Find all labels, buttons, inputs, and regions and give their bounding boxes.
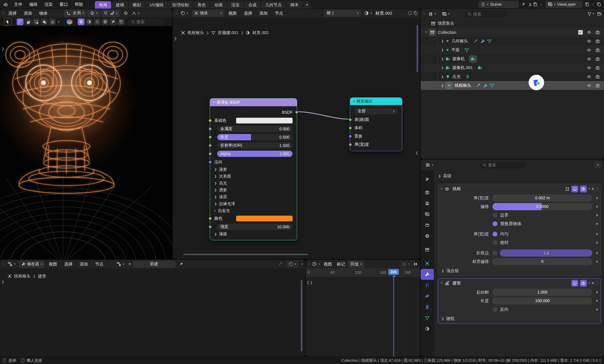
emission-color-swatch[interactable]: [236, 216, 293, 221]
eye-icon[interactable]: [587, 48, 591, 52]
tab-collection[interactable]: [421, 244, 434, 255]
start-frame-field[interactable]: 1.000: [493, 289, 592, 296]
select-box-mode-subtract[interactable]: [33, 18, 40, 25]
tab-rendering[interactable]: 渲染: [227, 1, 244, 9]
roughness-socket[interactable]: [209, 135, 212, 139]
section-diffuse[interactable]: ❯漫射: [210, 166, 297, 173]
section-sheen[interactable]: ❯边缘光泽: [210, 200, 297, 207]
eye-icon[interactable]: [587, 57, 591, 61]
properties-editor-type[interactable]: ▾: [423, 162, 436, 169]
emission-strength-socket[interactable]: [209, 225, 212, 228]
alpha-socket[interactable]: [209, 152, 212, 155]
eye-icon[interactable]: [587, 74, 591, 79]
pivot-point-dropdown[interactable]: ▾: [87, 10, 100, 17]
menu-window[interactable]: 窗口: [56, 1, 71, 8]
select-box-mode-new[interactable]: [17, 18, 23, 25]
camera-restrict-icon[interactable]: [595, 74, 600, 79]
select-box-mode-invert[interactable]: [41, 18, 48, 25]
node-material-output[interactable]: ▾材质输出 全部▾ 表(曲)面 体积 置换 厚(宽)度: [350, 97, 402, 151]
output-target-dropdown[interactable]: 全部▾: [354, 108, 398, 114]
displacement-socket[interactable]: [349, 135, 352, 138]
geoeditor-menu-node[interactable]: 节点: [92, 260, 107, 268]
section-coat[interactable]: ❯涂层: [210, 194, 297, 200]
base-color-socket[interactable]: [209, 119, 212, 122]
tab-layout[interactable]: 布局: [95, 1, 111, 9]
overlay-toggle-button[interactable]: [118, 18, 125, 25]
overlay-dropdown[interactable]: ▾: [286, 261, 299, 268]
delete-modifier-icon[interactable]: ×: [592, 186, 594, 192]
geoeditor-menu-select[interactable]: 选择: [61, 260, 76, 268]
drag-dots-icon[interactable]: ⠿: [596, 187, 598, 191]
menu-help[interactable]: 帮助: [72, 1, 86, 8]
snap-arrow-icon[interactable]: [279, 262, 283, 266]
chevron-down-icon[interactable]: ▾: [593, 13, 594, 15]
shader-menu-select[interactable]: 选择: [241, 9, 255, 17]
build-panel-header[interactable]: ▾ 建形 ▾ × ⠿: [438, 278, 601, 288]
shading-wireframe-button[interactable]: [78, 18, 85, 25]
camera-restrict-icon[interactable]: [595, 83, 600, 88]
fake-user-shield-icon[interactable]: [408, 11, 412, 15]
timeline-playback-dropdown[interactable]: 回放▾: [348, 261, 364, 268]
geoeditor-mode-dropdown[interactable]: 修改器▾: [19, 261, 45, 268]
row-geo-monkey[interactable]: ❯ ▼ 几何猴头: [421, 37, 604, 46]
tab-render[interactable]: [421, 187, 434, 198]
nodegroup-browse[interactable]: ▾: [114, 261, 127, 268]
properties-search[interactable]: [480, 162, 525, 169]
tab-world[interactable]: [421, 231, 434, 241]
camera-restrict-icon[interactable]: [595, 39, 600, 44]
node-principled-bsdf[interactable]: ▾原理化 BSDF BSDF 基础色 金属度0.000 糙度0.500 折射率(…: [210, 98, 297, 240]
metallic-socket[interactable]: [209, 127, 212, 130]
properties-options[interactable]: ▾: [594, 161, 602, 169]
row-collection[interactable]: ▾ Collection ✓: [421, 28, 604, 37]
select-box-mode-intersect[interactable]: [49, 18, 56, 25]
new-material-icon[interactable]: [413, 11, 418, 15]
shading-solid-button[interactable]: [86, 18, 93, 25]
falloff-dropdown[interactable]: ▾: [129, 10, 142, 17]
chevron-down-icon[interactable]: ▾: [58, 21, 59, 23]
drag-dots-icon[interactable]: ⠿: [2, 11, 4, 15]
ior-socket[interactable]: [209, 144, 212, 147]
material-browse[interactable]: ▾: [362, 10, 374, 17]
tab-view-layer[interactable]: [421, 209, 434, 220]
sidebar-collapse-chevron[interactable]: ❮: [415, 151, 418, 155]
expand-chevron[interactable]: ❯: [441, 66, 444, 69]
expand-chevron[interactable]: ❯: [441, 40, 444, 43]
toolbar-expand-chevron[interactable]: ❯: [1, 47, 4, 51]
workspace-stack-icon[interactable]: [597, 2, 601, 7]
properties-search-input[interactable]: [488, 163, 523, 167]
timeline-track-area[interactable]: [306, 277, 420, 357]
section-emission[interactable]: ▾自发光: [210, 207, 297, 214]
volume-socket[interactable]: [349, 126, 352, 129]
output-node-header[interactable]: ▾材质输出: [350, 98, 402, 105]
row-scene-collection[interactable]: 场景集合: [421, 19, 604, 28]
playhead-line[interactable]: [393, 277, 394, 357]
shading-rendered-button[interactable]: [102, 18, 109, 25]
geoeditor-menu-view[interactable]: 视图: [46, 260, 60, 268]
vertical-scrollbar[interactable]: [301, 280, 302, 351]
geoeditor-menu-add[interactable]: 添加: [77, 260, 91, 268]
active-camera-badge[interactable]: [469, 55, 477, 63]
shader-menu-view[interactable]: 视图: [225, 9, 240, 17]
tab-object[interactable]: [421, 258, 434, 269]
bsdf-output-socket[interactable]: [295, 111, 298, 114]
timeline-menu-view[interactable]: 视图: [322, 260, 334, 268]
viewlayer-selector[interactable]: ▾ ViewLayer: [545, 1, 583, 8]
current-frame-badge[interactable]: 205: [388, 269, 399, 275]
editor-type-dropdown[interactable]: ▾: [311, 261, 321, 268]
shading-material-button[interactable]: [94, 18, 101, 25]
breadcrumb-modifier[interactable]: 建形: [38, 274, 46, 279]
surface-socket[interactable]: [349, 118, 352, 121]
tab-geometry-nodes[interactable]: 几何节点: [261, 1, 286, 9]
show-viewport-toggle[interactable]: [571, 186, 578, 192]
new-nodegroup-button[interactable]: 新建: [133, 261, 176, 268]
viewport-menu-object[interactable]: 物体: [36, 9, 51, 17]
drag-dots-icon[interactable]: ⠿: [423, 12, 425, 16]
outliner-view-dropdown[interactable]: ▾: [440, 10, 452, 17]
expand-chevron[interactable]: ❯: [441, 58, 444, 60]
emission-strength-slider[interactable]: 强度10.000: [217, 224, 293, 230]
viewport-search-input[interactable]: [137, 19, 162, 24]
viewport-search[interactable]: [128, 18, 165, 25]
outliner-search[interactable]: [464, 10, 507, 17]
auto-key-toggle[interactable]: ▾: [399, 261, 412, 268]
thickness-field[interactable]: 0.002 m: [493, 194, 592, 202]
